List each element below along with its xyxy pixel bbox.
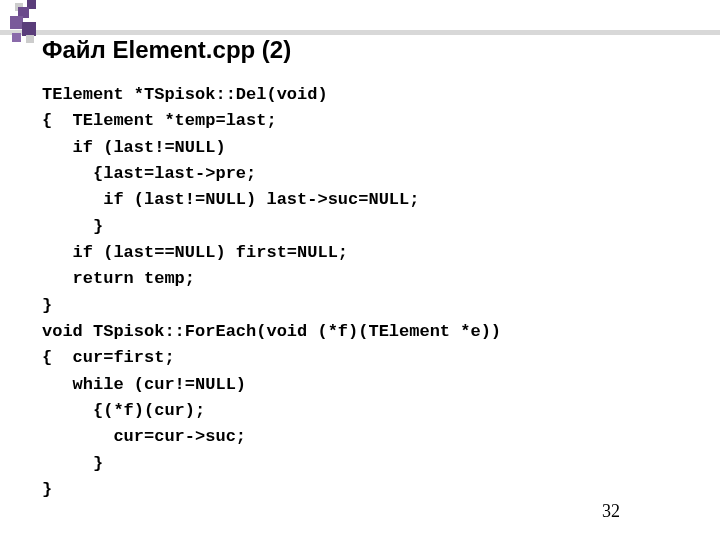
code-block: TElement *TSpisok::Del(void) { TElement … (42, 82, 501, 504)
deco-square-purple (12, 33, 21, 42)
deco-square-gray (26, 35, 34, 43)
header-divider (0, 30, 720, 35)
deco-square-purple (22, 22, 36, 36)
slide-title: Файл Element.cpp (2) (42, 36, 291, 64)
page-number: 32 (602, 501, 620, 522)
